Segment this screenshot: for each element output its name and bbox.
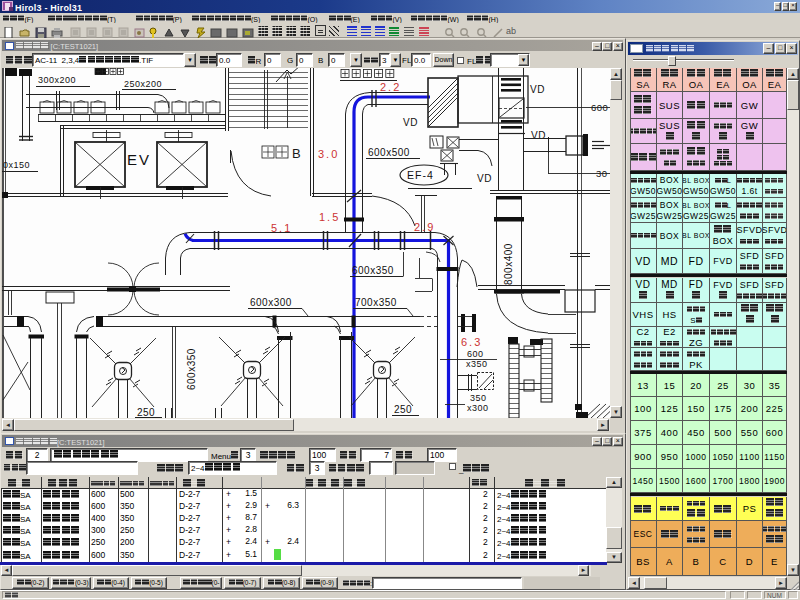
svg-text:600x350: 600x350 xyxy=(352,265,394,276)
svg-text:VD: VD xyxy=(530,84,545,95)
svg-text:0x150: 0x150 xyxy=(3,160,30,170)
svg-text:EV: EV xyxy=(127,151,151,168)
svg-text:B: B xyxy=(292,146,301,161)
svg-text:600x350: 600x350 xyxy=(186,348,197,390)
svg-text:VD: VD xyxy=(477,173,492,184)
svg-text:600x500: 600x500 xyxy=(368,147,410,158)
svg-text:300x200: 300x200 xyxy=(38,75,76,85)
svg-text:6.3: 6.3 xyxy=(461,336,482,348)
svg-text:5.1: 5.1 xyxy=(271,222,292,234)
svg-text:250: 250 xyxy=(137,407,155,418)
svg-text:800x400: 800x400 xyxy=(503,243,514,285)
svg-text:350: 350 xyxy=(470,393,487,403)
svg-text:EF-4: EF-4 xyxy=(407,169,434,181)
svg-text:600x300: 600x300 xyxy=(250,297,292,308)
svg-text:VD: VD xyxy=(531,130,546,141)
svg-text:600: 600 xyxy=(467,349,484,359)
svg-text:2.2: 2.2 xyxy=(380,81,401,93)
svg-text:3.0: 3.0 xyxy=(318,148,339,160)
svg-text:x300: x300 xyxy=(467,403,489,413)
svg-text:250x200: 250x200 xyxy=(124,79,162,89)
svg-text:1.5: 1.5 xyxy=(319,211,340,223)
svg-text:x350: x350 xyxy=(466,359,488,369)
svg-text:2.9: 2.9 xyxy=(414,221,435,233)
svg-text:250: 250 xyxy=(394,404,412,415)
svg-text:VD: VD xyxy=(403,117,418,128)
svg-text:700x350: 700x350 xyxy=(355,297,397,308)
